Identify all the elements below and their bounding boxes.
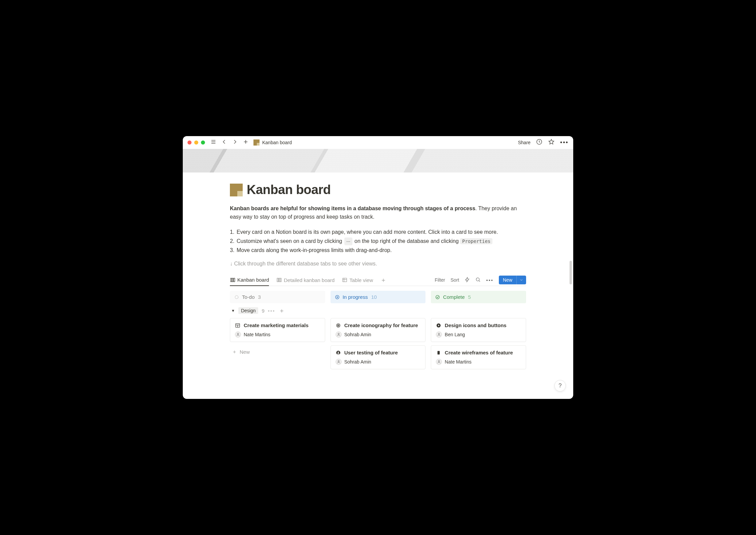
- svg-point-17: [476, 278, 479, 281]
- titlebar: Kanban board Share •••: [183, 136, 573, 149]
- step-3: 3.Move cards along the work-in-progress …: [230, 246, 526, 255]
- favorite-button[interactable]: [548, 138, 555, 147]
- svg-rect-7: [231, 278, 232, 282]
- sort-button[interactable]: Sort: [451, 277, 459, 283]
- group-more-button[interactable]: •••: [268, 308, 275, 314]
- svg-point-32: [338, 360, 339, 362]
- view-tab-kanban[interactable]: Kanban board: [230, 274, 269, 286]
- filter-button[interactable]: Filter: [435, 277, 445, 283]
- kanban-board: To-do 3 ▼ Design 9 ••• ＋: [230, 291, 526, 373]
- svg-rect-13: [343, 278, 347, 282]
- target-icon: [336, 323, 341, 328]
- column-in-progress: In progress 10 Create iconography for fe…: [331, 291, 426, 373]
- layout-icon: [235, 323, 240, 328]
- page-icon: [253, 139, 260, 146]
- card[interactable]: Create iconography for feature Sohrab Am…: [331, 318, 426, 342]
- play-icon: [436, 323, 441, 328]
- svg-marker-16: [466, 277, 469, 282]
- share-button[interactable]: Share: [518, 140, 530, 145]
- app-window: Kanban board Share ••• Kanban board Kanb…: [183, 136, 573, 399]
- svg-rect-11: [279, 278, 280, 282]
- view-tab-detailed-kanban[interactable]: Detailed kanban board: [276, 275, 335, 286]
- svg-point-19: [235, 295, 238, 298]
- database-more-button[interactable]: •••: [486, 278, 493, 283]
- svg-point-29: [338, 333, 339, 335]
- minimize-window-button[interactable]: [194, 140, 198, 145]
- svg-rect-8: [232, 278, 233, 282]
- column-complete: Complete 5 Design icons and buttons: [431, 291, 526, 373]
- search-button[interactable]: [475, 277, 481, 283]
- view-tab-table[interactable]: Table view: [342, 275, 373, 286]
- add-view-button[interactable]: ＋: [380, 276, 386, 284]
- user-icon: [336, 350, 341, 355]
- intro-paragraph[interactable]: Kanban boards are helpful for showing it…: [230, 204, 526, 221]
- step-2: 2.Customize what's seen on a card by cli…: [230, 237, 526, 246]
- card[interactable]: Design icons and buttons Ben Lang: [431, 318, 526, 342]
- column-todo: To-do 3 ▼ Design 9 ••• ＋: [230, 291, 325, 373]
- svg-rect-37: [438, 351, 440, 354]
- card[interactable]: Create marketing materials Nate Martins: [230, 318, 325, 342]
- tabs-hint: ↓ Click through the different database t…: [230, 261, 526, 267]
- svg-rect-10: [277, 278, 278, 282]
- avatar: [336, 332, 342, 338]
- properties-kbd: Properties: [460, 238, 492, 244]
- nav-forward-button[interactable]: [232, 139, 238, 146]
- svg-rect-12: [280, 278, 281, 282]
- maximize-window-button[interactable]: [201, 140, 205, 145]
- collapse-triangle-icon[interactable]: ▼: [231, 309, 235, 313]
- database-view-tabs: Kanban board Detailed kanban board Table…: [230, 274, 526, 286]
- window-controls: [187, 140, 205, 145]
- new-page-button[interactable]: [243, 139, 249, 146]
- group-add-button[interactable]: ＋: [279, 307, 285, 315]
- steps-list[interactable]: 1.Every card on a Notion board is its ow…: [230, 227, 526, 255]
- column-header-complete[interactable]: Complete 5: [431, 291, 526, 303]
- svg-point-33: [436, 295, 440, 299]
- card[interactable]: User testing of feature Sohrab Amin: [331, 345, 426, 369]
- page-title[interactable]: Kanban board: [247, 183, 331, 197]
- page-more-button[interactable]: •••: [560, 139, 569, 146]
- scrollbar[interactable]: [570, 261, 572, 284]
- close-window-button[interactable]: [187, 140, 192, 145]
- cover-image[interactable]: [183, 149, 573, 172]
- avatar: [436, 332, 442, 338]
- book-icon: [436, 350, 441, 355]
- breadcrumb-title: Kanban board: [262, 140, 292, 145]
- add-card-button[interactable]: ＋New: [230, 345, 252, 358]
- automations-button[interactable]: [465, 277, 470, 283]
- svg-point-28: [338, 325, 338, 325]
- svg-point-31: [338, 351, 339, 353]
- svg-rect-9: [234, 278, 235, 282]
- step-1: 1.Every card on a Notion board is its ow…: [230, 227, 526, 237]
- column-header-todo[interactable]: To-do 3: [230, 291, 325, 303]
- avatar: [235, 332, 241, 338]
- updates-button[interactable]: [536, 138, 543, 147]
- svg-line-18: [479, 280, 480, 281]
- column-header-in-progress[interactable]: In progress 10: [331, 291, 426, 303]
- svg-marker-25: [337, 296, 338, 298]
- ellipsis-kbd-icon: ···: [344, 238, 352, 246]
- avatar: [436, 359, 442, 365]
- group-header-design[interactable]: ▼ Design 9 ••• ＋: [230, 303, 325, 318]
- svg-point-36: [438, 333, 440, 335]
- new-entry-button[interactable]: New: [499, 276, 526, 284]
- page-icon-large[interactable]: [230, 184, 243, 196]
- card[interactable]: Create wireframes of feature Nate Martin…: [431, 345, 526, 369]
- help-button[interactable]: ?: [554, 380, 566, 391]
- svg-point-23: [237, 333, 239, 335]
- svg-point-38: [438, 360, 440, 362]
- avatar: [336, 359, 342, 365]
- breadcrumb[interactable]: Kanban board: [253, 139, 292, 146]
- svg-marker-6: [549, 139, 554, 144]
- new-entry-dropdown[interactable]: [516, 276, 526, 284]
- sidebar-toggle-button[interactable]: [210, 139, 216, 146]
- nav-back-button[interactable]: [221, 139, 227, 146]
